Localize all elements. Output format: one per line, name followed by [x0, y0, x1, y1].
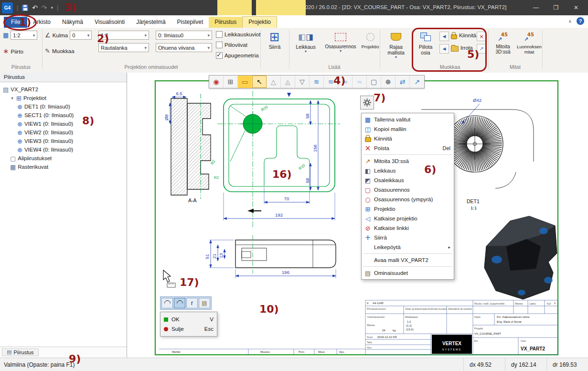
- triangle-button[interactable]: △: [267, 76, 281, 88]
- save-icon[interactable]: [22, 5, 28, 11]
- osasuurennos-button[interactable]: Osasuurennos ▾: [322, 30, 359, 64]
- properties-button[interactable]: ▤: [199, 298, 210, 308]
- layers-blue-button[interactable]: ≋: [310, 76, 324, 88]
- dropdown-caret-icon[interactable]: ▾: [381, 55, 411, 59]
- dimension-45-icon: [497, 32, 509, 42]
- checkbox-apugeometria[interactable]: Apugeometria: [216, 52, 259, 59]
- menu-item-siirr[interactable]: +Siirrä: [362, 233, 454, 242]
- menu-item-avaa-malli-vx-part2[interactable]: Avaa malli VX_PART2: [362, 255, 454, 265]
- luonnoksen-mitat-button[interactable]: Luonnoksen mitat: [517, 30, 542, 64]
- kulma-select[interactable]: 0: [70, 31, 92, 40]
- checkbox-leikkauskuviot[interactable]: Leikkauskuviot: [216, 31, 260, 38]
- projektio-button[interactable]: Projektio: [359, 30, 381, 64]
- piirto-button[interactable]: ∗ Piirto: [3, 48, 23, 55]
- axes-button[interactable]: ⇄: [396, 76, 410, 88]
- iso-3d-view[interactable]: [484, 216, 557, 299]
- panel-header: Piirustus: [0, 73, 127, 82]
- gear-button[interactable]: [360, 96, 374, 109]
- tree-item-projektiot[interactable]: ▾⊞Projektiot: [0, 94, 127, 102]
- section-view-a-a[interactable]: 6.5 Ø8 R2 R2 A-A: [164, 91, 219, 203]
- drawing-canvas[interactable]: 6.5 Ø8 R2 R2 A-A R20 R10 156: [127, 73, 588, 358]
- menu-item-osasuurennos-ympyr[interactable]: ○Osasuurennos (ympyrä): [362, 195, 454, 204]
- tab-piirustus[interactable]: Piirustus: [209, 17, 242, 28]
- tree-expander-icon[interactable]: ▾: [10, 96, 14, 100]
- minimize-button[interactable]: —: [526, 0, 546, 15]
- checkbox-icon[interactable]: [216, 42, 223, 48]
- select-region-button[interactable]: ▢: [367, 76, 381, 88]
- dropdown-caret-icon[interactable]: ▾: [322, 49, 359, 53]
- close-button[interactable]: ✕: [566, 0, 586, 15]
- group-label-projektion-ominaisuudet: Projektion ominaisuudet: [42, 64, 260, 70]
- select-arrow-button[interactable]: ↖: [252, 76, 267, 88]
- tree-item-det1[interactable]: ⊕DET1 (0: Ilmiasu0): [0, 102, 127, 111]
- svg-text:Piirustusnumero: Piirustusnumero: [367, 307, 386, 310]
- line-style-select[interactable]: Ohuena viivana: [156, 43, 212, 52]
- move-view-button[interactable]: ⊞: [224, 76, 238, 88]
- checkbox-icon[interactable]: [216, 31, 223, 38]
- configuration-select[interactable]: 0: Ilmiasu0: [156, 31, 212, 40]
- tab-projektio[interactable]: Projektio: [242, 16, 277, 28]
- siirra-button[interactable]: ⊞ Siirrä: [262, 30, 287, 64]
- svg-text:0: 0: [367, 302, 369, 305]
- checkbox-checked-icon[interactable]: [216, 52, 223, 59]
- maximize-button[interactable]: ❐: [546, 0, 566, 15]
- layers-thin-button[interactable]: ≈: [353, 76, 367, 88]
- svg-text:13: 13: [218, 253, 224, 258]
- triangle-dashed-button[interactable]: ◬: [281, 76, 295, 88]
- arc-tangent-button[interactable]: [161, 298, 173, 308]
- tab-pistepilvet[interactable]: Pistepilvet: [171, 17, 209, 28]
- drawing-scale-select[interactable]: 1:2: [11, 31, 37, 40]
- menu-item-ominaisuudet[interactable]: ▤Ominaisuudet: [362, 268, 454, 278]
- muokkaa-projektio-button[interactable]: ✎ Muokkaa: [45, 48, 75, 54]
- filter-button[interactable]: ▽: [295, 76, 310, 88]
- close-row[interactable]: Sulje Esc: [164, 324, 214, 334]
- undo-icon[interactable]: ↶: [32, 4, 38, 11]
- select-region-icon: ▢: [371, 78, 377, 85]
- menu-item-projektio[interactable]: ⊞Projektio: [362, 204, 454, 214]
- arc-3point-button[interactable]: [174, 298, 185, 308]
- app-logo[interactable]: G4: [2, 2, 13, 13]
- tree-item-view4[interactable]: ⊕VIEW4 (0: Ilmiasu0): [0, 145, 127, 154]
- tree-item-vx_part2[interactable]: ▤VX_PART2: [0, 85, 127, 94]
- tree-item-view1[interactable]: ⊕VIEW1 (0: Ilmiasu0): [0, 120, 127, 128]
- tree-item-alipiirustukset[interactable]: ▢Alipiirustukset: [0, 154, 127, 163]
- rajaa-mallista-button[interactable]: Rajaa mallista ▾: [381, 30, 411, 64]
- panel-tab-piirustus[interactable]: ▤ Piirustus: [2, 349, 39, 356]
- mitoita-3d-button[interactable]: Mitoita 3D:ssä: [490, 30, 516, 64]
- help-icon[interactable]: ?: [577, 17, 584, 25]
- tab-visualisointi[interactable]: Visualisointi: [89, 17, 130, 28]
- menu-item-leikep-yt[interactable]: Leikepöytä▸: [362, 242, 454, 252]
- menu-item-leikkaus[interactable]: ◧Leikkaus: [362, 166, 454, 175]
- checkbox-piiloviivat[interactable]: Piiloviivat: [216, 42, 247, 48]
- redo-icon[interactable]: ↷: [42, 4, 47, 11]
- tree-item-view3[interactable]: ⊕VIEW3 (0: Ilmiasu0): [0, 137, 127, 145]
- menu-item-osaleikkaus[interactable]: ◩Osaleikkaus: [362, 175, 454, 185]
- radius-button[interactable]: r: [186, 298, 198, 308]
- dropdown-caret-icon[interactable]: ▾: [291, 50, 320, 54]
- menu-item-kopioi-malliin[interactable]: ◫Kopioi malliin: [362, 124, 454, 134]
- menu-item-mitoita-3d-ss[interactable]: ↗Mitoita 3D:ssä: [362, 156, 454, 166]
- menu-item-katkaise-linkki[interactable]: ⊘Katkaise linkki: [362, 223, 454, 233]
- tree-item-view2[interactable]: ⊕VIEW2 (0: Ilmiasu0): [0, 128, 127, 137]
- tab-nakyma[interactable]: Näkymä: [56, 17, 89, 28]
- menu-item-poista[interactable]: ×PoistaDel: [362, 143, 454, 153]
- tree-item-rasterikuvat[interactable]: ▦Rasterikuvat: [0, 163, 127, 171]
- menu-item-kiinnit[interactable]: Kiinnitä: [362, 134, 454, 143]
- collapse-ribbon-icon[interactable]: ∧: [568, 19, 572, 24]
- zoom-button[interactable]: ⊕: [381, 76, 396, 88]
- side-view[interactable]: 51 21 13 196: [204, 235, 336, 278]
- main-view[interactable]: R20 R10 156 58 58 70 192: [217, 91, 340, 229]
- menu-item-osasuurennos[interactable]: ▢Osasuurennos: [362, 185, 454, 195]
- luonnos-label-1: Luonnoksen: [517, 44, 542, 49]
- tab-jarjestelma[interactable]: Järjestelmä: [130, 17, 171, 28]
- menu-item-tallenna-valitut[interactable]: ▦Tallenna valitut: [362, 115, 454, 124]
- measure-button[interactable]: ▭: [238, 76, 252, 88]
- tree-item-sect1[interactable]: ⊕SECT1 (0: Ilmiasu0): [0, 111, 127, 120]
- ok-row[interactable]: OK V: [164, 315, 214, 324]
- fit-button[interactable]: ↗: [410, 76, 424, 88]
- pin-button[interactable]: ◉: [209, 76, 224, 88]
- customize-toolbar-icon[interactable]: ▾: [51, 6, 53, 10]
- menu-item-katkaise-projektio[interactable]: ◁Katkaise projektio: [362, 214, 454, 223]
- ok-green-icon: [164, 317, 168, 322]
- leikkaus-button[interactable]: ◧ ◨ Leikkaus ▾: [291, 30, 320, 64]
